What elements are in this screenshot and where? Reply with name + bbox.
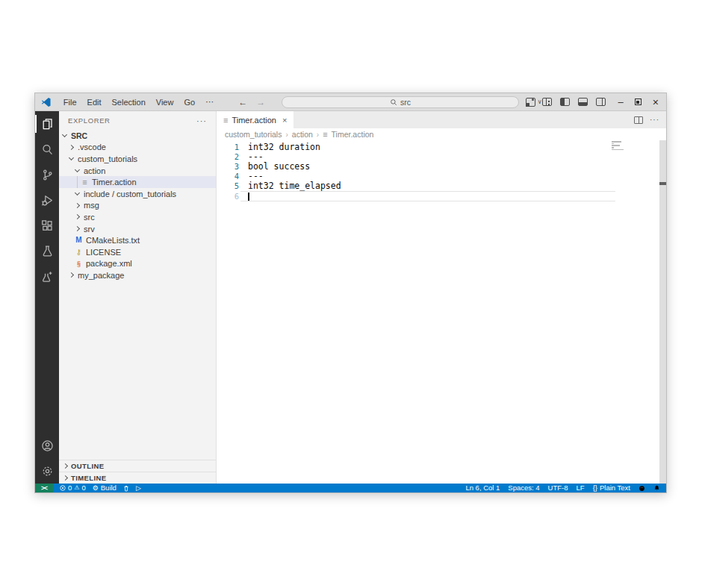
vertical-scrollbar[interactable] — [659, 140, 666, 484]
breadcrumb-folder[interactable]: action — [292, 130, 313, 139]
indent-guide — [77, 176, 78, 188]
tree-row-msg[interactable]: msg — [59, 200, 216, 212]
toggle-panel-icon[interactable] — [578, 98, 588, 106]
code-line: 6 — [217, 191, 666, 201]
chevron-right-icon — [69, 145, 74, 150]
code-line: 3bool success — [217, 161, 666, 171]
forward-arrow-icon[interactable]: → — [256, 97, 265, 107]
menu-file[interactable]: File — [58, 98, 82, 107]
tree-row-vscode[interactable]: .vscode — [59, 142, 216, 154]
chevron-right-icon — [75, 203, 80, 208]
text-cursor — [248, 193, 249, 201]
code-line: 4--- — [217, 172, 666, 181]
menu-view[interactable]: View — [151, 98, 179, 107]
tree-row-cmakelists[interactable]: MCMakeLists.txt — [59, 234, 216, 246]
code-editor[interactable]: 1int32 duration 2--- 3bool success 4--- … — [217, 140, 666, 484]
tree-row-package-xml[interactable]: §package.xml — [59, 258, 216, 270]
tab-label: Timer.action — [232, 116, 276, 125]
notifications-bell-icon[interactable] — [653, 484, 660, 492]
remote-indicator[interactable]: >< — [35, 484, 53, 492]
code-line: 5int32 time_elapsed — [217, 181, 666, 191]
tree-row-include[interactable]: include / custom_tutorials — [59, 188, 216, 200]
file-lines-icon: ≡ — [81, 178, 89, 186]
run-button[interactable]: ▷ — [136, 484, 141, 492]
chevron-right-icon — [69, 272, 74, 278]
build-button[interactable]: ⚙ Build — [93, 484, 117, 492]
tree-row-action[interactable]: action — [59, 165, 216, 177]
customize-layout-icon[interactable] — [542, 98, 552, 106]
back-arrow-icon[interactable]: ← — [238, 97, 247, 107]
search-icon — [390, 98, 397, 106]
feedback-icon[interactable] — [639, 485, 645, 492]
command-center-search[interactable]: src — [282, 96, 519, 108]
minimize-button[interactable]: – — [618, 96, 624, 107]
status-bar: >< 0 ⚠ 0 ⚙ Build ▷ Ln 6, Col 1 Spaces: 4… — [35, 484, 666, 492]
menu-go[interactable]: Go — [178, 98, 200, 107]
editor-group: ≡ Timer.action × ··· custom_tutorials › … — [216, 111, 666, 484]
chevron-right-icon — [75, 214, 80, 219]
account-icon[interactable] — [35, 433, 59, 458]
explorer-icon[interactable] — [35, 111, 59, 137]
search-value: src — [400, 98, 411, 107]
tree-row-src-root[interactable]: SRC — [59, 130, 216, 142]
explorer-title: EXPLORER — [68, 116, 111, 125]
gear-icon: ⚙ — [93, 484, 99, 492]
split-editor-icon[interactable] — [634, 116, 643, 124]
title-bar: File Edit Selection View Go ⋯ ← → src ∨ — [35, 93, 666, 111]
file-tree: SRC .vscode custom_tutorials action ≡Tim… — [59, 130, 216, 281]
chevron-right-icon — [63, 463, 68, 469]
timeline-section-header[interactable]: TIMELINE — [59, 472, 216, 484]
problems-status[interactable]: 0 ⚠ 0 — [60, 484, 86, 492]
minimap[interactable] — [612, 141, 624, 151]
breadcrumb-file[interactable]: Timer.action — [332, 130, 374, 139]
menu-edit[interactable]: Edit — [82, 98, 107, 107]
toggle-secondary-sidebar-icon[interactable] — [596, 98, 606, 106]
chevron-down-icon — [69, 155, 74, 160]
breadcrumb: custom_tutorials › action › ≡ Timer.acti… — [217, 128, 666, 140]
menu-selection[interactable]: Selection — [107, 98, 151, 107]
chevron-right-icon — [75, 226, 80, 231]
tree-row-my-package[interactable]: my_package — [59, 269, 216, 281]
activity-bar — [35, 111, 59, 484]
eol-status[interactable]: LF — [577, 484, 585, 492]
overview-ruler-cursor — [659, 182, 666, 185]
tree-row-timer-action[interactable]: ≡Timer.action — [59, 176, 216, 188]
xml-file-icon: § — [75, 260, 83, 267]
license-file-icon: ⚷ — [75, 248, 83, 256]
clean-button[interactable] — [123, 485, 129, 492]
source-control-icon[interactable] — [35, 162, 59, 187]
launch-profile-icon[interactable] — [526, 98, 535, 107]
explorer-sidebar: EXPLORER ··· SRC .vscode custom_tutorial… — [59, 111, 216, 484]
run-debug-icon[interactable] — [35, 187, 59, 213]
tree-row-custom-tutorials[interactable]: custom_tutorials — [59, 153, 216, 165]
editor-more-actions[interactable]: ··· — [650, 116, 659, 124]
outline-section-header[interactable]: OUTLINE — [59, 460, 216, 472]
close-window-button[interactable]: × — [653, 96, 659, 108]
tab-timer-action[interactable]: ≡ Timer.action × — [217, 111, 293, 128]
language-mode-status[interactable]: {} Plain Text — [593, 484, 630, 492]
indentation-status[interactable]: Spaces: 4 — [508, 484, 539, 492]
tree-row-srv[interactable]: srv — [59, 223, 216, 235]
breadcrumb-folder[interactable]: custom_tutorials — [225, 130, 282, 139]
maximize-button[interactable] — [635, 98, 642, 105]
chevron-down-icon — [62, 132, 67, 137]
tree-row-license[interactable]: ⚷LICENSE — [59, 246, 216, 258]
chevron-down-icon — [75, 190, 80, 196]
testing-icon[interactable] — [35, 238, 59, 263]
cursor-position-status[interactable]: Ln 6, Col 1 — [465, 484, 500, 492]
braces-icon: {} — [593, 484, 597, 492]
menu-more[interactable]: ⋯ — [200, 97, 219, 107]
encoding-status[interactable]: UTF-8 — [548, 484, 568, 492]
chevron-right-icon: › — [285, 131, 288, 139]
explorer-more-actions[interactable]: ··· — [196, 116, 207, 125]
tree-row-src[interactable]: src — [59, 211, 216, 223]
settings-gear-icon[interactable] — [35, 458, 59, 484]
lab-extension-icon[interactable] — [35, 263, 59, 289]
search-sidebar-icon[interactable] — [35, 137, 59, 162]
error-icon — [60, 485, 66, 491]
trash-icon — [123, 485, 129, 492]
close-tab-icon[interactable]: × — [282, 116, 287, 125]
warning-icon: ⚠ — [74, 484, 79, 492]
toggle-primary-sidebar-icon[interactable] — [560, 98, 570, 106]
extensions-icon[interactable] — [35, 213, 59, 238]
